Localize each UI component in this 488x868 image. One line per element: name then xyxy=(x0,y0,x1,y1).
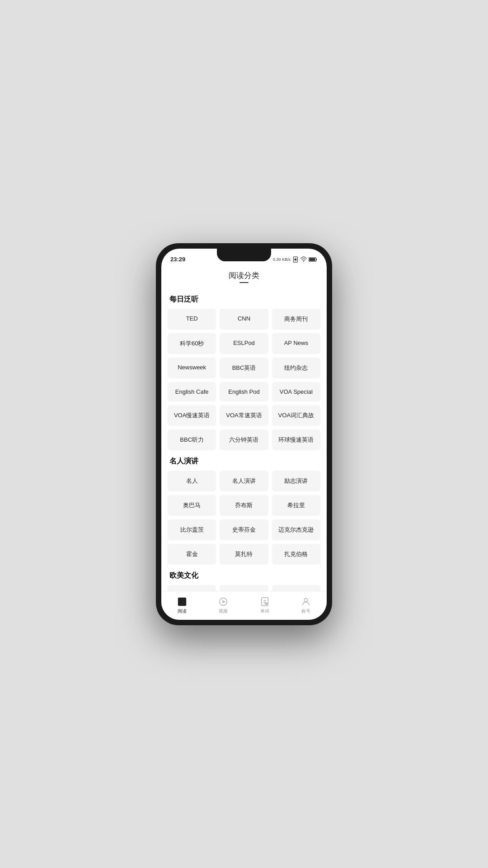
section-title-famous-speeches: 名人演讲 xyxy=(169,457,319,466)
grid-item[interactable]: 希拉里 xyxy=(272,495,320,516)
nav-label-video: 视频 xyxy=(219,608,228,614)
status-icons: 0.30 KB/s xyxy=(273,256,318,263)
grid-item[interactable]: English Pod xyxy=(220,382,268,401)
wifi-icon xyxy=(300,256,307,263)
grid-item[interactable]: 奥巴马 xyxy=(168,495,216,516)
svg-text:D: D xyxy=(266,603,267,605)
grid-item[interactable]: VOA Special xyxy=(272,382,320,401)
section-title-daily-listening: 每日泛听 xyxy=(169,295,319,304)
nav-label-account: 账号 xyxy=(301,608,310,614)
grid-item[interactable]: AP News xyxy=(272,333,320,354)
nav-label-reading: 阅读 xyxy=(178,608,187,614)
grid-item[interactable]: 六分钟英语 xyxy=(220,429,268,450)
svg-point-2 xyxy=(303,261,304,262)
grid-item[interactable]: 美国文化 xyxy=(220,585,268,591)
grid-item[interactable]: BBC听力 xyxy=(168,429,216,450)
page-title: 阅读分类 xyxy=(229,270,259,283)
grid-item[interactable]: 英国文化 xyxy=(168,585,216,591)
grid-item[interactable]: 比尔盖茨 xyxy=(168,519,216,540)
grid-item[interactable]: 名人演讲 xyxy=(220,471,268,491)
grid-item[interactable]: 励志演讲 xyxy=(272,471,320,491)
nav-item-video[interactable]: 视频 xyxy=(218,597,228,614)
battery-icon xyxy=(309,257,318,262)
main-content: 每日泛听TEDCNN商务周刊科学60秒ESLPodAP NewsNewsweek… xyxy=(161,288,327,591)
grid-item[interactable]: 商务周刊 xyxy=(272,309,320,330)
nav-item-reading[interactable]: 阅读 xyxy=(177,597,187,614)
grid-famous-speeches: 名人名人演讲励志演讲奥巴马乔布斯希拉里比尔盖茨史蒂芬金迈克尔杰克逊霍金莫扎特扎克… xyxy=(168,471,320,565)
grid-item[interactable]: BBC英语 xyxy=(220,358,268,378)
grid-daily-listening: TEDCNN商务周刊科学60秒ESLPodAP NewsNewsweekBBC英… xyxy=(168,309,320,450)
grid-item[interactable]: TED xyxy=(168,309,216,330)
grid-item[interactable]: 迈克尔杰克逊 xyxy=(272,519,320,540)
nav-label-vocabulary: 单词 xyxy=(260,608,269,614)
sim-icon xyxy=(292,256,299,263)
grid-item[interactable]: 史蒂芬金 xyxy=(220,519,268,540)
svg-marker-15 xyxy=(222,600,225,603)
notch xyxy=(217,249,271,261)
grid-item[interactable]: VOA常速英语 xyxy=(220,405,268,426)
nav-item-account[interactable]: 账号 xyxy=(301,597,311,614)
bottom-nav: 阅读视频D单词账号 xyxy=(161,591,327,620)
grid-item[interactable]: ESLPod xyxy=(220,333,268,354)
grid-item[interactable]: English Cafe xyxy=(168,382,216,401)
grid-item[interactable]: 莫扎特 xyxy=(220,544,268,565)
network-speed: 0.30 KB/s xyxy=(273,257,291,262)
phone-screen: 23:29 0.30 KB/s xyxy=(161,249,327,620)
grid-item[interactable]: 纽约杂志 xyxy=(272,358,320,378)
grid-item[interactable]: CNN xyxy=(220,309,268,330)
grid-item[interactable]: 环球慢速英语 xyxy=(272,429,320,450)
phone-shell: 23:29 0.30 KB/s xyxy=(156,243,332,625)
grid-item[interactable]: VOA词汇典故 xyxy=(272,405,320,426)
header: 阅读分类 xyxy=(161,267,327,288)
grid-item[interactable]: 科学60秒 xyxy=(168,333,216,354)
grid-western-culture: 英国文化美国文化美国总统 xyxy=(168,585,320,591)
grid-item[interactable]: VOA慢速英语 xyxy=(168,405,216,426)
section-title-western-culture: 欧美文化 xyxy=(169,571,319,580)
svg-rect-1 xyxy=(295,258,297,260)
grid-item[interactable]: 名人 xyxy=(168,471,216,491)
grid-item[interactable]: 乔布斯 xyxy=(220,495,268,516)
grid-item[interactable]: Newsweek xyxy=(168,358,216,378)
svg-rect-4 xyxy=(309,258,315,261)
nav-item-vocabulary[interactable]: D单词 xyxy=(260,597,270,614)
svg-point-19 xyxy=(305,598,308,601)
grid-item[interactable]: 霍金 xyxy=(168,544,216,565)
grid-item[interactable]: 扎克伯格 xyxy=(272,544,320,565)
status-time: 23:29 xyxy=(170,256,185,263)
grid-item[interactable]: 美国总统 xyxy=(272,585,320,591)
